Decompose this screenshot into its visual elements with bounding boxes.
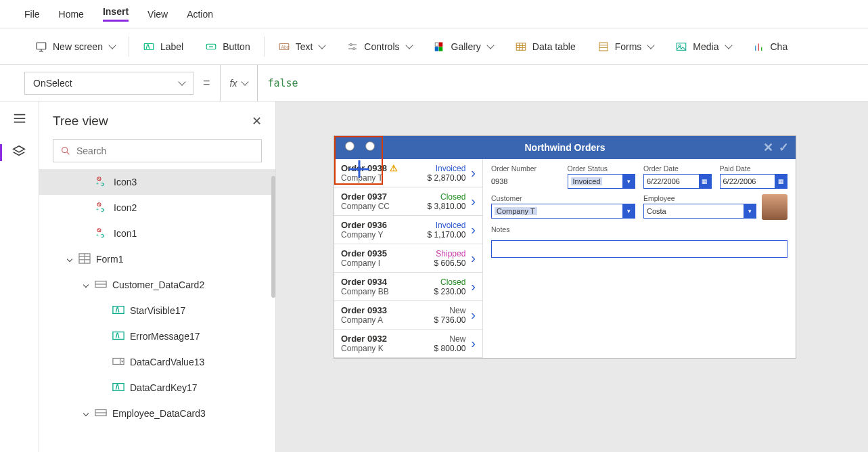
design-canvas[interactable]: Northwind Orders ✕ ✓ Order 0938 ⚠Company… [276,101,868,452]
tree-item[interactable]: StarVisible17 [39,298,275,323]
chevron-down-icon: ▾ [622,204,635,218]
svg-rect-13 [435,47,438,50]
order-number: Order 0935 [341,248,434,258]
close-panel-button[interactable]: ✕ [252,114,262,129]
selected-control-outline[interactable] [334,136,383,185]
customer-dropdown[interactable]: Company T▾ [491,204,635,219]
chevron-down-icon: ▾ [622,175,635,188]
employee-dropdown[interactable]: Costa▾ [643,204,756,219]
media-label: Media [693,41,718,52]
forms-button[interactable]: Forms [587,28,665,64]
tree-item[interactable]: Customer_DataCard2 [39,272,275,298]
forms-label: Forms [615,41,642,52]
order-company: Company A [341,315,434,325]
controls-button[interactable]: Controls [336,28,422,64]
text-button[interactable]: Abc Text [267,28,336,64]
order-list-item[interactable]: Order 0934Company BBClosed$ 230.00› [334,273,482,301]
tree-item-icon [95,407,107,420]
tree-item[interactable]: DataCardValue13 [39,349,275,375]
formula-input[interactable]: false [267,77,844,89]
chevron-down-icon [725,41,732,49]
menu-home[interactable]: Home [59,9,84,20]
gallery-button[interactable]: Gallery [423,28,504,64]
data-table-label: Data table [532,41,576,52]
label-label: Label [160,41,183,52]
order-status-dropdown[interactable]: Invoiced▾ [568,174,636,189]
tree-item[interactable]: +Icon3 [39,169,275,195]
tree-item[interactable]: Employee_DataCard3 [39,401,275,426]
menu-action[interactable]: Action [187,9,213,20]
calendar-icon: ▦ [699,175,711,188]
charts-button[interactable]: Cha [742,28,799,64]
employee-label: Employee [643,194,756,202]
svg-text:+: + [96,233,99,238]
notes-input[interactable] [491,240,787,258]
chevron-right-icon: › [471,307,476,323]
hamburger-button[interactable] [12,111,27,128]
property-dropdown[interactable]: OnSelect [24,72,193,95]
controls-label: Controls [364,41,399,52]
menu-file[interactable]: File [24,9,40,20]
tree-item-icon [112,356,124,369]
order-number-value: 0938 [491,174,559,189]
tree-item[interactable]: Form1 [39,246,275,272]
tree-item-label: Employee_DataCard3 [112,408,206,419]
accept-icon[interactable]: ✓ [779,140,789,155]
tree-item[interactable]: ErrorMessage17 [39,323,275,349]
media-icon [675,41,687,53]
svg-point-10 [353,47,355,49]
new-screen-label: New screen [53,41,103,52]
orders-gallery[interactable]: Order 0938 ⚠Company TInvoiced$ 2,870.00›… [334,159,483,358]
tree-list: +Icon3+Icon2+Icon1Form1Customer_DataCard… [39,169,275,452]
order-list-item[interactable]: Order 0933Company ANew$ 736.00› [334,301,482,330]
order-status: Invoiced [428,164,466,173]
menu-view[interactable]: View [147,9,168,20]
menu-insert[interactable]: Insert [103,6,129,22]
tree-item[interactable]: +Icon1 [39,221,275,246]
paid-date-picker[interactable]: 6/22/2006▦ [720,174,788,189]
svg-text:Abc: Abc [281,45,289,49]
app-title: Northwind Orders [524,142,605,153]
controls-icon [346,41,359,53]
media-button[interactable]: Media [664,28,741,64]
tree-item[interactable]: +Icon2 [39,195,275,221]
order-amount: $ 3,810.00 [428,202,466,211]
resize-handle[interactable] [345,141,355,151]
order-list-item[interactable]: Order 0932Company KNew$ 800.00› [334,330,482,358]
expand-caret-icon [67,256,72,262]
tree-search-input[interactable]: Search [53,139,262,162]
svg-rect-11 [435,43,438,46]
tree-item-icon [112,304,124,317]
expand-caret-icon [83,282,89,288]
order-amount: $ 1,170.00 [428,230,466,240]
order-amount: $ 230.00 [434,287,466,296]
fx-button[interactable]: fx [220,65,258,101]
tree-item-icon: + [96,202,108,214]
tree-item[interactable]: DataCardKey17 [39,375,275,401]
formula-bar: OnSelect = fx false [0,65,868,101]
chevron-down-icon [242,78,249,85]
order-list-item[interactable]: Order 0936Company YInvoiced$ 1,170.00› [334,216,482,244]
tree-view-rail-button[interactable] [0,144,26,161]
label-button[interactable]: Label [132,28,194,64]
order-status: Shipped [434,249,466,258]
expand-caret-icon [83,411,89,416]
svg-text:+: + [96,207,99,212]
order-list-item[interactable]: Order 0937Company CCClosed$ 3,810.00› [334,187,482,216]
order-amount: $ 736.00 [434,315,466,325]
separator [129,37,129,57]
svg-rect-15 [516,43,526,50]
tree-item-label: StarVisible17 [130,305,185,316]
order-date-picker[interactable]: 6/22/2006▦ [643,174,712,189]
order-number: Order 0934 [341,277,434,287]
scrollbar-thumb[interactable] [271,176,275,298]
chevron-right-icon: › [471,279,476,294]
button-button[interactable]: Button [194,28,260,64]
data-table-button[interactable]: Data table [504,28,587,64]
new-screen-button[interactable]: New screen [24,28,126,64]
customer-label: Customer [491,194,635,202]
cancel-icon[interactable]: ✕ [763,140,773,155]
svg-text:+: + [96,181,99,186]
order-list-item[interactable]: Order 0935Company IShipped$ 606.50› [334,244,482,273]
resize-handle[interactable] [365,141,375,151]
